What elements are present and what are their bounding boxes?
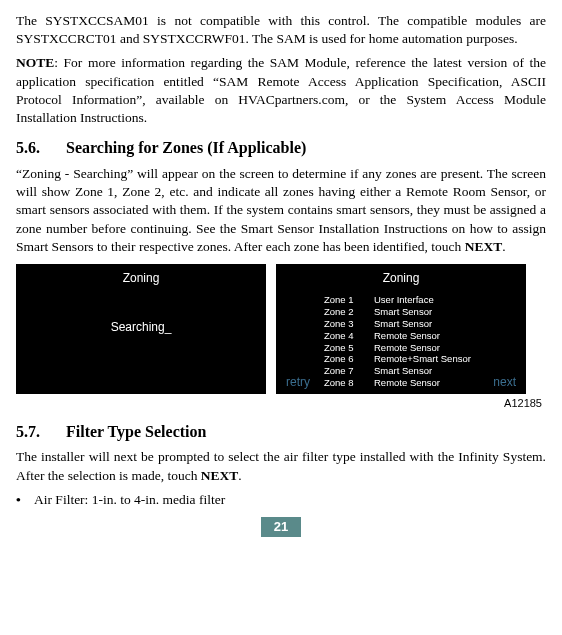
sec57-next-word: NEXT bbox=[201, 468, 239, 483]
zone-label: Zone 4 bbox=[324, 330, 374, 342]
heading-5-7-title: Filter Type Selection bbox=[66, 423, 206, 440]
zone-type: Smart Sensor bbox=[374, 306, 432, 318]
sec57-body-c: . bbox=[238, 468, 241, 483]
screen-left: Zoning Searching_ bbox=[16, 264, 266, 394]
table-row: Zone 2Smart Sensor bbox=[324, 306, 471, 318]
zone-label: Zone 2 bbox=[324, 306, 374, 318]
heading-5-7: 5.7. Filter Type Selection bbox=[16, 421, 546, 443]
sec56-next-word: NEXT bbox=[465, 239, 503, 254]
screen-left-title: Zoning bbox=[16, 264, 266, 286]
sec56-body-c: . bbox=[502, 239, 505, 254]
table-row: Zone 3Smart Sensor bbox=[324, 318, 471, 330]
sec57-body-a: The installer will next be prompted to s… bbox=[16, 449, 546, 482]
table-row: Zone 5Remote Sensor bbox=[324, 342, 471, 354]
zone-type: Remote Sensor bbox=[374, 330, 440, 342]
sec56-body: “Zoning - Searching” will appear on the … bbox=[16, 165, 546, 256]
sec57-body: The installer will next be prompted to s… bbox=[16, 448, 546, 484]
heading-5-6-num: 5.6. bbox=[16, 137, 62, 159]
screen-right: Zoning Zone 1User Interface Zone 2Smart … bbox=[276, 264, 526, 394]
intro-paragraph-1: The SYSTXCCSAM01 is not compatible with … bbox=[16, 12, 546, 48]
bullet-text: Air Filter: 1-in. to 4-in. media filter bbox=[34, 491, 225, 509]
zone-label: Zone 1 bbox=[324, 294, 374, 306]
screen-right-footer: retry next bbox=[286, 374, 516, 390]
table-row: Zone 4Remote Sensor bbox=[324, 330, 471, 342]
screen-right-title: Zoning bbox=[276, 264, 526, 286]
page-number: 21 bbox=[261, 517, 301, 537]
bullet-item: • Air Filter: 1-in. to 4-in. media filte… bbox=[16, 491, 546, 509]
zone-type: User Interface bbox=[374, 294, 434, 306]
retry-button[interactable]: retry bbox=[286, 374, 310, 390]
intro-note: NOTE: For more information regarding the… bbox=[16, 54, 546, 127]
heading-5-6-title: Searching for Zones (If Applicable) bbox=[66, 139, 306, 156]
heading-5-7-num: 5.7. bbox=[16, 421, 62, 443]
zone-label: Zone 5 bbox=[324, 342, 374, 354]
table-row: Zone 6Remote+Smart Sensor bbox=[324, 353, 471, 365]
zone-label: Zone 6 bbox=[324, 353, 374, 365]
heading-5-6: 5.6. Searching for Zones (If Applicable) bbox=[16, 137, 546, 159]
zone-type: Remote+Smart Sensor bbox=[374, 353, 471, 365]
zone-type: Smart Sensor bbox=[374, 318, 432, 330]
figure-id: A12185 bbox=[16, 396, 542, 411]
screenshot-row: Zoning Searching_ Zoning Zone 1User Inte… bbox=[16, 264, 546, 394]
bullet-dot-icon: • bbox=[16, 491, 34, 509]
next-button[interactable]: next bbox=[493, 374, 516, 390]
note-label: NOTE bbox=[16, 55, 54, 70]
zone-label: Zone 3 bbox=[324, 318, 374, 330]
screen-left-center: Searching_ bbox=[16, 319, 266, 335]
table-row: Zone 1User Interface bbox=[324, 294, 471, 306]
zone-type: Remote Sensor bbox=[374, 342, 440, 354]
note-body: : For more information regarding the SAM… bbox=[16, 55, 546, 125]
